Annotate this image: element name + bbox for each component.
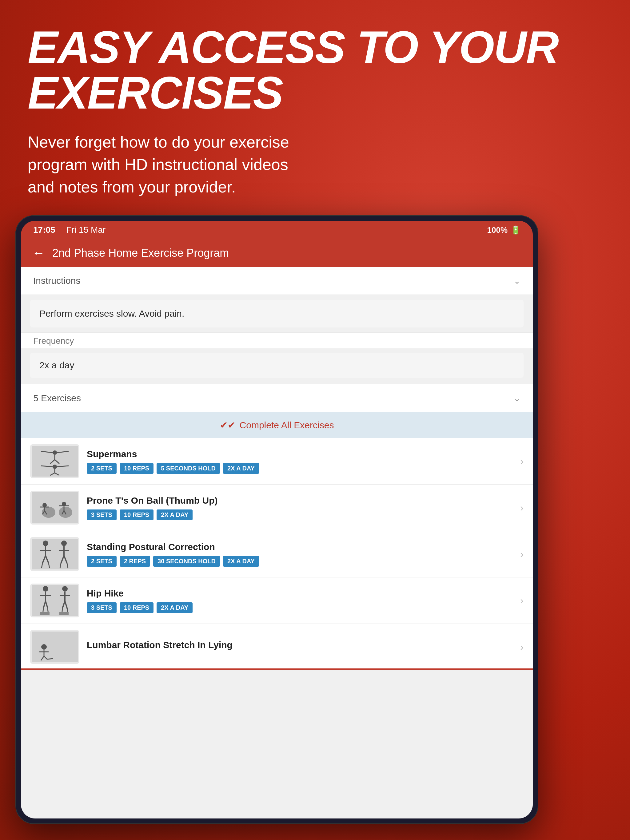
exercise-item-hip-hike[interactable]: Hip Hike 3 SETS 10 REPS 2X A DAY › (21, 578, 533, 624)
standing-arrow: › (520, 548, 524, 560)
standing-tags: 2 SETS 2 REPS 30 SECONDS HOLD 2X A DAY (87, 556, 513, 567)
standing-name: Standing Postural Correction (87, 542, 513, 552)
tag-2sets-3: 2 SETS (87, 556, 117, 567)
check-icon: ✔✔ (220, 420, 235, 431)
svg-rect-58 (32, 632, 78, 662)
prone-t-name: Prone T's On Ball (Thumb Up) (87, 495, 513, 506)
battery-icon: 🔋 (511, 225, 521, 235)
hip-hike-details: Hip Hike 3 SETS 10 REPS 2X A DAY (87, 588, 513, 613)
frequency-section: Frequency (21, 332, 533, 348)
svg-point-50 (62, 586, 68, 592)
status-right: 100% 🔋 (487, 225, 521, 235)
back-button[interactable]: ← (32, 246, 45, 261)
lumbar-figure (32, 632, 78, 662)
svg-point-59 (41, 644, 47, 650)
supermans-tags: 2 SETS 10 REPS 5 SECONDS HOLD 2X A DAY (87, 463, 513, 474)
tag-2xday-3: 2X A DAY (223, 556, 259, 567)
content-area: Instructions ⌄ Perform exercises slow. A… (21, 267, 533, 818)
tag-3sets: 3 SETS (87, 510, 117, 520)
exercises-chevron: ⌄ (513, 393, 521, 403)
exercise-item-lumbar[interactable]: Lumbar Rotation Stretch In Lying › (21, 624, 533, 670)
svg-rect-49 (40, 612, 49, 615)
status-bar: 17:05 Fri 15 Mar 100% 🔋 (21, 221, 533, 239)
hero-title: EASY ACCESS TO YOUR EXERCISES (28, 25, 602, 115)
supermans-arrow: › (520, 456, 524, 467)
status-date: Fri 15 Mar (66, 225, 106, 235)
tag-2reps: 2 REPS (120, 556, 150, 567)
tag-5sec: 5 SECONDS HOLD (157, 463, 220, 474)
supermans-figure (32, 446, 78, 477)
tag-10reps-2: 10 REPS (120, 510, 154, 520)
exercises-header[interactable]: 5 Exercises ⌄ (21, 384, 533, 412)
prone-t-tags: 3 SETS 10 REPS 2X A DAY (87, 510, 513, 520)
lumbar-details: Lumbar Rotation Stretch In Lying (87, 640, 513, 654)
tag-30sec: 30 SECONDS HOLD (153, 556, 220, 567)
tablet-screen: 17:05 Fri 15 Mar 100% 🔋 ← 2nd Phase Home… (21, 221, 533, 818)
standing-thumbnail (30, 537, 79, 571)
tag-2xday-2: 2X A DAY (157, 510, 193, 520)
svg-rect-41 (32, 585, 78, 616)
frequency-text: 2x a day (30, 353, 524, 378)
svg-point-1 (52, 450, 57, 455)
svg-point-27 (43, 540, 48, 546)
battery-text: 100% (487, 225, 508, 235)
exercise-item-prone-t[interactable]: Prone T's On Ball (Thumb Up) 3 SETS 10 R… (21, 485, 533, 531)
instructions-label: Instructions (33, 275, 80, 286)
exercises-count-label: 5 Exercises (33, 393, 81, 403)
nav-title: 2nd Phase Home Exercise Program (52, 246, 229, 259)
hero-subtitle: Never forget how to do your exercise pro… (28, 131, 304, 198)
nav-bar: ← 2nd Phase Home Exercise Program (21, 239, 533, 267)
tag-2xday: 2X A DAY (223, 463, 259, 474)
prone-t-details: Prone T's On Ball (Thumb Up) 3 SETS 10 R… (87, 495, 513, 520)
complete-all-button[interactable]: ✔✔ Complete All Exercises (21, 412, 533, 438)
hip-hike-figure (32, 585, 78, 616)
lumbar-name: Lumbar Rotation Stretch In Lying (87, 640, 513, 650)
prone-t-figure (32, 492, 78, 523)
svg-point-7 (52, 464, 57, 469)
prone-t-thumbnail (30, 491, 79, 524)
standing-details: Standing Postural Correction 2 SETS 2 RE… (87, 542, 513, 567)
tablet-outer: 17:05 Fri 15 Mar 100% 🔋 ← 2nd Phase Home… (15, 215, 538, 824)
supermans-name: Supermans (87, 449, 513, 459)
tag-10reps: 10 REPS (120, 463, 154, 474)
frequency-label: Frequency (21, 333, 533, 348)
svg-point-15 (59, 507, 72, 518)
svg-rect-13 (32, 492, 78, 523)
lumbar-arrow: › (520, 641, 524, 653)
standing-figure (32, 539, 78, 569)
lumbar-thumbnail (30, 630, 79, 664)
hip-hike-thumbnail (30, 584, 79, 617)
exercise-item-standing[interactable]: Standing Postural Correction 2 SETS 2 RE… (21, 531, 533, 578)
complete-all-label: Complete All Exercises (240, 420, 334, 431)
tablet-device: 17:05 Fri 15 Mar 100% 🔋 ← 2nd Phase Home… (15, 215, 621, 840)
svg-point-34 (61, 540, 67, 546)
instructions-header[interactable]: Instructions ⌄ (21, 267, 533, 295)
instructions-text: Perform exercises slow. Avoid pain. (30, 300, 524, 327)
hip-hike-arrow: › (520, 595, 524, 606)
instructions-chevron: ⌄ (513, 276, 521, 286)
svg-rect-26 (32, 539, 78, 569)
bottom-progress-bar (21, 668, 533, 670)
svg-point-42 (43, 586, 48, 592)
exercise-item-supermans[interactable]: Supermans 2 SETS 10 REPS 5 SECONDS HOLD … (21, 438, 533, 485)
tag-10reps-4: 10 REPS (120, 602, 154, 613)
hip-hike-name: Hip Hike (87, 588, 513, 598)
supermans-details: Supermans 2 SETS 10 REPS 5 SECONDS HOLD … (87, 449, 513, 474)
tag-2sets: 2 SETS (87, 463, 117, 474)
prone-t-arrow: › (520, 502, 524, 513)
svg-line-64 (47, 658, 53, 659)
supermans-thumbnail (30, 444, 79, 478)
svg-rect-57 (59, 612, 69, 615)
hip-hike-tags: 3 SETS 10 REPS 2X A DAY (87, 602, 513, 613)
hero-section: EASY ACCESS TO YOUR EXERCISES Never forg… (28, 25, 602, 198)
status-time: 17:05 (33, 225, 55, 235)
tag-3sets-4: 3 SETS (87, 602, 117, 613)
tag-2xday-4: 2X A DAY (157, 602, 193, 613)
